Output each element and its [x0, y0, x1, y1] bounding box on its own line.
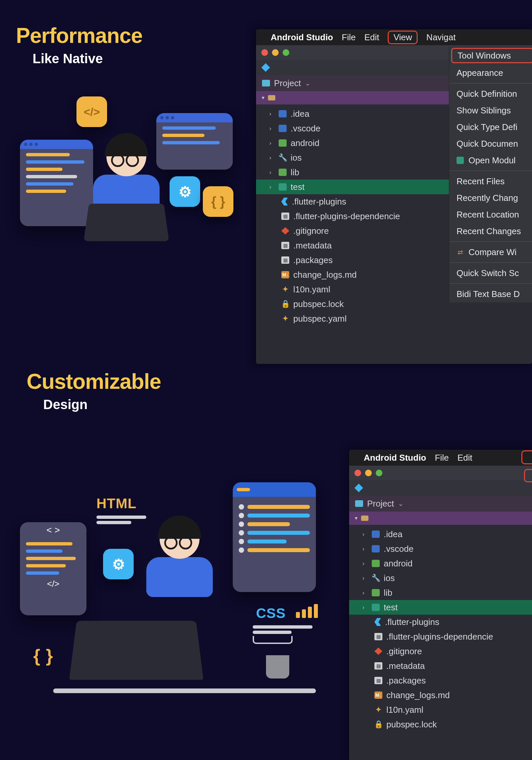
gear-icon: ⚙	[103, 549, 134, 579]
tree-file-l10n[interactable]: ✦l10n.yaml	[349, 702, 532, 717]
tree-folder-lib[interactable]: ›lib	[349, 585, 532, 600]
module-icon	[457, 157, 464, 164]
menu-separator	[449, 241, 532, 242]
menu-item-quick-doc[interactable]: Quick Documen	[449, 135, 532, 152]
laptop-icon	[69, 621, 203, 680]
minimize-icon[interactable]	[365, 470, 372, 476]
folder-icon	[268, 95, 275, 100]
flutter-icon	[261, 63, 270, 72]
illustration-customizable: < > </> HTML ⚙ { } CSS	[13, 476, 332, 728]
menu-item-quick-type[interactable]: Quick Type Defi	[449, 119, 532, 135]
menu-navigate[interactable]: Navigat	[426, 32, 456, 43]
menu-file[interactable]: File	[435, 453, 449, 463]
window-traffic-lights	[349, 466, 532, 480]
compare-icon: ⇄	[457, 248, 464, 256]
markdown-icon: M↓	[374, 691, 382, 699]
document-icon: ▤	[374, 677, 382, 684]
menubar: Android Studio File Edit	[349, 450, 532, 466]
desk	[53, 688, 316, 693]
flutter-icon	[374, 618, 381, 626]
tree-folder-test[interactable]: ›test	[349, 600, 532, 615]
flutter-icon	[354, 484, 363, 492]
folder-icon	[372, 589, 380, 596]
highlight-view-menu	[521, 450, 532, 464]
tree-folder-android[interactable]: ›android	[349, 556, 532, 571]
folder-icon	[372, 604, 380, 611]
document-icon: ▤	[281, 213, 289, 220]
chevron-down-icon: ⌄	[305, 79, 311, 87]
expand-arrow-icon: ▸	[353, 517, 360, 520]
flutter-icon	[281, 198, 288, 206]
project-tool-header[interactable]: Project ⌄	[349, 496, 532, 512]
folder-icon	[361, 516, 368, 521]
menu-item-show-siblings[interactable]: Show Siblings	[449, 102, 532, 119]
document-icon: ▤	[374, 662, 382, 670]
close-icon[interactable]	[354, 470, 361, 476]
menu-separator	[449, 83, 532, 83]
git-icon	[281, 227, 289, 234]
tree-folder-idea[interactable]: ›.idea	[349, 527, 532, 541]
menu-view[interactable]: View	[388, 31, 418, 44]
menu-separator	[449, 262, 532, 263]
tree-file-flutter-plugins-deps[interactable]: ▤.flutter-plugins-dependencie	[349, 629, 532, 644]
tree-file-pubspec-lock[interactable]: 🔒pubspec.lock	[349, 717, 532, 732]
section1-subtitle: Like Native	[33, 51, 142, 66]
menu-item-recent-files[interactable]: Recent Files	[449, 173, 532, 190]
tree-file-gitignore[interactable]: .gitignore	[349, 644, 532, 659]
mug-icon	[266, 655, 289, 679]
project-tree: ›.idea ›.vscode ›android ›🔧ios ›lib ›tes…	[349, 525, 532, 736]
menu-file[interactable]: File	[342, 32, 356, 43]
menu-separator	[449, 283, 532, 284]
expand-arrow-icon: ▸	[260, 96, 267, 99]
menu-item-compare[interactable]: ⇄Compare Wi	[449, 244, 532, 260]
document-icon: ▤	[374, 633, 382, 640]
menubar: Android Studio File Edit View Navigat	[256, 29, 532, 45]
close-icon[interactable]	[261, 49, 268, 56]
tree-file-flutter-plugins[interactable]: .flutter-plugins	[349, 615, 532, 629]
tree-file-change-logs[interactable]: M↓change_logs.md	[349, 688, 532, 702]
yaml-icon: ✦	[374, 706, 382, 713]
code-icon: </>	[76, 96, 107, 127]
highlight-tool-windows	[524, 469, 532, 482]
zoom-icon[interactable]	[376, 470, 382, 476]
menu-item-bidi[interactable]: Bidi Text Base D	[449, 286, 532, 302]
section2-heading: Customizable Design	[27, 369, 161, 412]
tree-file-packages[interactable]: ▤.packages	[349, 673, 532, 688]
menu-item-tool-windows[interactable]: Tool Windows	[451, 48, 532, 63]
view-menu-dropdown: Tool Windows Appearance Quick Definition…	[449, 47, 532, 302]
git-icon	[374, 648, 382, 655]
project-stack-icon	[355, 500, 363, 507]
illustration-performance: </> ⚙ { }	[13, 93, 239, 299]
gear-icon: ⚙	[170, 176, 200, 207]
project-stack-icon	[262, 80, 270, 86]
chevron-down-icon: ⌄	[398, 500, 404, 508]
folder-icon	[279, 125, 287, 132]
menu-item-appearance[interactable]: Appearance	[449, 65, 532, 81]
document-icon: ▤	[281, 242, 289, 249]
lock-icon: 🔒	[374, 721, 382, 728]
tree-file-metadata[interactable]: ▤.metadata	[349, 659, 532, 673]
yaml-icon: ✦	[281, 286, 289, 293]
folder-icon	[279, 139, 287, 147]
tree-folder-ios[interactable]: ›🔧ios	[349, 571, 532, 585]
braces-icon: { }	[203, 186, 233, 217]
wrench-icon: 🔧	[372, 574, 380, 582]
zoom-icon[interactable]	[283, 49, 289, 56]
tree-file-pubspec-yaml[interactable]: ✦pubspec.yaml	[256, 311, 532, 326]
menu-item-quick-switch[interactable]: Quick Switch Sc	[449, 265, 532, 281]
menu-item-recent-location[interactable]: Recent Location	[449, 206, 532, 223]
lock-icon: 🔒	[281, 300, 289, 308]
app-name: Android Studio	[364, 453, 426, 463]
menu-item-recently-changed[interactable]: Recently Chang	[449, 190, 532, 206]
minimize-icon[interactable]	[272, 49, 279, 56]
editor-tabbar	[349, 480, 532, 496]
menu-item-quick-definition[interactable]: Quick Definition	[449, 85, 532, 102]
yaml-icon: ✦	[281, 315, 289, 322]
menu-item-open-module[interactable]: Open Modul	[449, 152, 532, 169]
project-root-row[interactable]: ▸	[349, 512, 532, 525]
menu-edit[interactable]: Edit	[364, 32, 379, 43]
folder-icon	[279, 110, 287, 117]
tree-folder-vscode[interactable]: ›.vscode	[349, 541, 532, 556]
menu-item-recent-changes[interactable]: Recent Changes	[449, 223, 532, 239]
menu-edit[interactable]: Edit	[458, 453, 472, 463]
